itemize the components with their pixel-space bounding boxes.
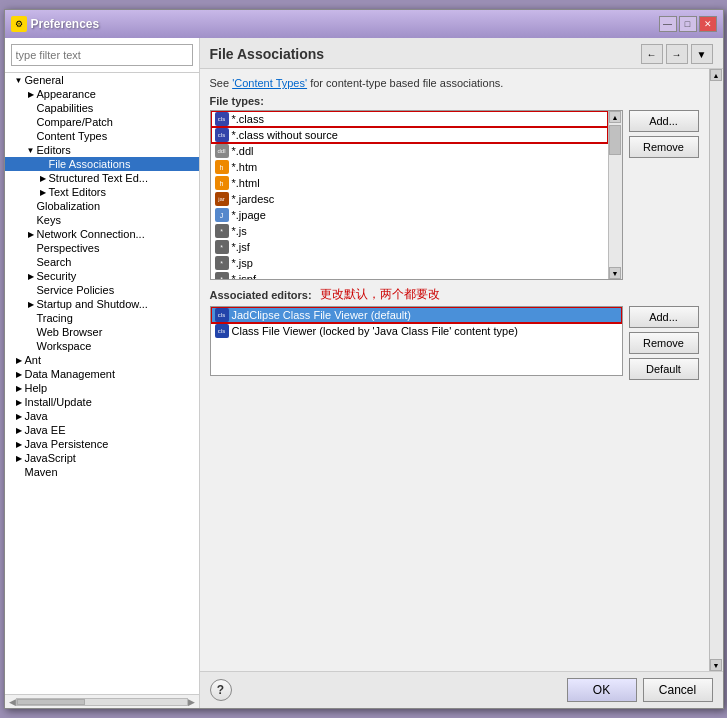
sidebar-item-network-connections[interactable]: ▶ Network Connection... — [5, 227, 199, 241]
sidebar-label-help: Help — [25, 382, 48, 394]
minimize-button[interactable]: — — [659, 16, 677, 32]
file-type-jpage-label: *.jpage — [232, 209, 266, 221]
file-type-jspf[interactable]: * *.jspf — [211, 271, 608, 279]
sidebar-item-globalization[interactable]: Globalization — [5, 199, 199, 213]
sidebar-label-install-update: Install/Update — [25, 396, 92, 408]
sidebar-item-file-associations[interactable]: File Associations — [5, 157, 199, 171]
chinese-annotation: 更改默认，两个都要改 — [320, 286, 440, 303]
scroll-up-arrow[interactable]: ▲ — [609, 111, 621, 123]
sidebar-horizontal-scroll[interactable]: ◀ ▶ — [5, 694, 199, 708]
sidebar-item-content-types[interactable]: Content Types — [5, 129, 199, 143]
header-icons: ← → ▼ — [641, 44, 713, 64]
editor-jadclipse[interactable]: cls JadClipse Class File Viewer (default… — [211, 307, 622, 323]
sidebar-item-search[interactable]: Search — [5, 255, 199, 269]
maximize-button[interactable]: □ — [679, 16, 697, 32]
content-types-link[interactable]: 'Content Types' — [232, 77, 307, 89]
network-arrow: ▶ — [25, 228, 37, 240]
file-type-jsf[interactable]: * *.jsf — [211, 239, 608, 255]
sidebar-label-java-persistence: Java Persistence — [25, 438, 109, 450]
file-type-jardesc-label: *.jardesc — [232, 193, 275, 205]
sidebar-item-security[interactable]: ▶ Security — [5, 269, 199, 283]
editor-class-file-viewer-label: Class File Viewer (locked by 'Java Class… — [232, 325, 518, 337]
cancel-button[interactable]: Cancel — [643, 678, 713, 702]
java-arrow: ▶ — [13, 410, 25, 422]
file-type-jsp[interactable]: * *.jsp — [211, 255, 608, 271]
editor-class-file-viewer[interactable]: cls Class File Viewer (locked by 'Java C… — [211, 323, 622, 339]
main-scroll-down[interactable]: ▼ — [710, 659, 722, 671]
sidebar-label-appearance: Appearance — [37, 88, 96, 100]
remove-editor-button[interactable]: Remove — [629, 332, 699, 354]
sidebar-item-help[interactable]: ▶ Help — [5, 381, 199, 395]
sidebar-label-security: Security — [37, 270, 77, 282]
filter-input[interactable] — [11, 44, 193, 66]
scroll-thumb[interactable] — [609, 125, 621, 155]
dropdown-button[interactable]: ▼ — [691, 44, 713, 64]
sidebar-label-java-ee: Java EE — [25, 424, 66, 436]
sidebar-label-service-policies: Service Policies — [37, 284, 115, 296]
forward-button[interactable]: → — [666, 44, 688, 64]
javascript-arrow: ▶ — [13, 452, 25, 464]
sidebar-item-java-ee[interactable]: ▶ Java EE — [5, 423, 199, 437]
editor-jadclipse-label: JadClipse Class File Viewer (default) — [232, 309, 412, 321]
sidebar-item-tracing[interactable]: Tracing — [5, 311, 199, 325]
sidebar-item-editors[interactable]: ▼ Editors — [5, 143, 199, 157]
file-type-jsf-label: *.jsf — [232, 241, 250, 253]
editors-arrow: ▼ — [25, 144, 37, 156]
sidebar-item-install-update[interactable]: ▶ Install/Update — [5, 395, 199, 409]
add-file-type-button[interactable]: Add... — [629, 110, 699, 132]
file-type-class-nosource[interactable]: cls *.class without source — [211, 127, 608, 143]
sidebar-label-perspectives: Perspectives — [37, 242, 100, 254]
file-types-scrollbar[interactable]: ▲ ▼ — [608, 111, 622, 279]
scroll-down-arrow[interactable]: ▼ — [609, 267, 621, 279]
back-button[interactable]: ← — [641, 44, 663, 64]
sidebar-item-startup-shutdown[interactable]: ▶ Startup and Shutdow... — [5, 297, 199, 311]
sidebar-item-compare-patch[interactable]: Compare/Patch — [5, 115, 199, 129]
main-scroll-up[interactable]: ▲ — [710, 69, 722, 81]
file-type-js-label: *.js — [232, 225, 247, 237]
file-type-htm[interactable]: h *.htm — [211, 159, 608, 175]
sidebar-item-data-management[interactable]: ▶ Data Management — [5, 367, 199, 381]
file-type-html[interactable]: h *.html — [211, 175, 608, 191]
close-button[interactable]: ✕ — [699, 16, 717, 32]
sidebar-label-web-browser: Web Browser — [37, 326, 103, 338]
editors-list-container: cls JadClipse Class File Viewer (default… — [210, 306, 699, 380]
sidebar-item-structured-text[interactable]: ▶ Structured Text Ed... — [5, 171, 199, 185]
htm-icon: h — [215, 160, 229, 174]
sidebar-item-capabilities[interactable]: Capabilities — [5, 101, 199, 115]
filter-box — [5, 38, 199, 73]
sidebar-label-keys: Keys — [37, 214, 61, 226]
sidebar-item-general[interactable]: ▼ General — [5, 73, 199, 87]
main-vertical-scrollbar[interactable]: ▲ ▼ — [709, 69, 723, 671]
sidebar-item-appearance[interactable]: ▶ Appearance — [5, 87, 199, 101]
sidebar-item-web-browser[interactable]: Web Browser — [5, 325, 199, 339]
file-type-class[interactable]: cls *.class — [211, 111, 608, 127]
remove-file-type-button[interactable]: Remove — [629, 136, 699, 158]
jspf-icon: * — [215, 272, 229, 279]
sidebar-item-service-policies[interactable]: Service Policies — [5, 283, 199, 297]
ok-button[interactable]: OK — [567, 678, 637, 702]
file-type-ddl[interactable]: ddl *.ddl — [211, 143, 608, 159]
sidebar-label-capabilities: Capabilities — [37, 102, 94, 114]
file-type-js[interactable]: * *.js — [211, 223, 608, 239]
sidebar-item-ant[interactable]: ▶ Ant — [5, 353, 199, 367]
sidebar-item-javascript[interactable]: ▶ JavaScript — [5, 451, 199, 465]
description-line: See 'Content Types' for content-type bas… — [210, 77, 699, 89]
file-type-jpage[interactable]: J *.jpage — [211, 207, 608, 223]
sidebar-item-workspace[interactable]: Workspace — [5, 339, 199, 353]
sidebar-item-maven[interactable]: Maven — [5, 465, 199, 479]
default-editor-button[interactable]: Default — [629, 358, 699, 380]
sidebar-item-java[interactable]: ▶ Java — [5, 409, 199, 423]
file-types-section: File types: cls *.class — [210, 95, 699, 280]
sidebar-scrollbar-track[interactable] — [16, 698, 188, 706]
sidebar-item-perspectives[interactable]: Perspectives — [5, 241, 199, 255]
help-button[interactable]: ? — [210, 679, 232, 701]
java-ee-arrow: ▶ — [13, 424, 25, 436]
add-editor-button[interactable]: Add... — [629, 306, 699, 328]
sidebar-item-text-editors[interactable]: ▶ Text Editors — [5, 185, 199, 199]
sidebar-item-keys[interactable]: Keys — [5, 213, 199, 227]
file-type-class-nosource-label: *.class without source — [232, 129, 338, 141]
file-type-jardesc[interactable]: jar *.jardesc — [211, 191, 608, 207]
sidebar-item-java-persistence[interactable]: ▶ Java Persistence — [5, 437, 199, 451]
compare-patch-arrow — [25, 116, 37, 128]
file-types-buttons: Add... Remove — [629, 110, 699, 280]
